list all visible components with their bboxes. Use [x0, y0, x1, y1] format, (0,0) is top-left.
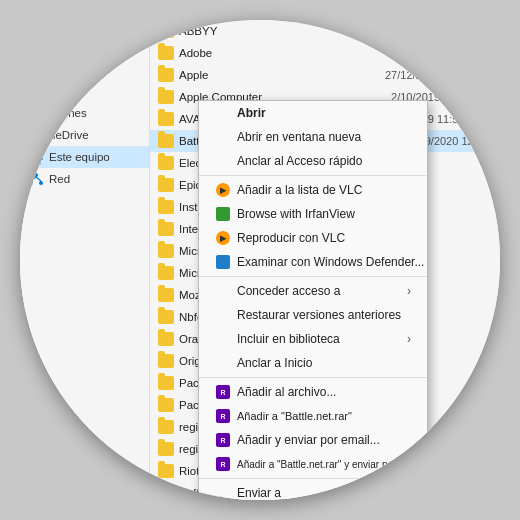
share-icon	[215, 283, 231, 299]
vlc-play-icon: ▶	[215, 230, 231, 246]
ctx-open[interactable]: Abrir	[199, 101, 427, 125]
ctx-include-library[interactable]: Incluir en biblioteca ›	[199, 327, 427, 351]
ctx-add-battlenet-rar-email[interactable]: R Añadir a "Battle.net.rar" y enviar por…	[199, 452, 427, 476]
folder-icon	[158, 112, 174, 126]
ctx-separator-4	[199, 478, 427, 479]
folder-icon	[158, 134, 174, 148]
folder-icon	[158, 178, 174, 192]
ctx-grant-access[interactable]: Conceder acceso a ›	[199, 279, 427, 303]
file-date: 13/09/2...	[438, 25, 492, 37]
cloud-icon	[28, 127, 44, 143]
file-name: Adobe	[179, 47, 408, 59]
folder-icon	[158, 24, 174, 38]
file-date: 8/09/2019 2:4...	[408, 47, 492, 59]
file-date: 27/12/2019 9:53 a. m.	[377, 69, 492, 81]
svg-rect-4	[33, 161, 39, 163]
ctx-pin-quick-access[interactable]: Anclar al Acceso rápido	[199, 149, 427, 173]
folder-icon	[158, 288, 174, 302]
ctx-add-battlenet-rar[interactable]: R Añadir a "Battle.net.rar"	[199, 404, 427, 428]
folder-icon	[158, 244, 174, 258]
folder-icon	[158, 310, 174, 324]
computer-icon	[28, 149, 44, 165]
ctx-add-email[interactable]: R Añadir y enviar por email...	[199, 428, 427, 452]
sidebar-item-onedrive[interactable]: neDrive	[20, 124, 149, 146]
open-icon	[215, 105, 231, 121]
folder-icon	[158, 68, 174, 82]
folder-icon	[158, 464, 174, 478]
sidebar-label-5: Red	[49, 173, 70, 185]
send-icon	[215, 485, 231, 500]
restore-icon	[215, 307, 231, 323]
wd-icon	[215, 254, 231, 270]
folder-icon	[158, 354, 174, 368]
sidebar: ntos ágenes neDrive Este equipo Red	[20, 20, 150, 500]
svg-point-7	[29, 181, 33, 185]
folder-icon	[158, 222, 174, 236]
sidebar-item-ntos[interactable]: ntos	[20, 80, 149, 102]
vlc-icon: ▶	[215, 182, 231, 198]
folder-icon	[158, 46, 174, 60]
rar-icon-2: R	[215, 408, 231, 424]
arrow-right-icon: ›	[407, 284, 411, 298]
ctx-pin-start[interactable]: Anclar a Inicio	[199, 351, 427, 375]
ctx-separator-2	[199, 276, 427, 277]
arrow-right-icon-3: ›	[407, 486, 411, 500]
rar-icon-3: R	[215, 432, 231, 448]
folder-icon	[158, 486, 174, 500]
svg-line-9	[31, 177, 36, 181]
folder-icon	[158, 266, 174, 280]
file-name: ABBYY	[179, 25, 438, 37]
irfan-icon	[215, 206, 231, 222]
library-icon	[215, 331, 231, 347]
pin-icon	[28, 83, 44, 99]
ctx-add-archive[interactable]: R Añadir al archivo...	[199, 380, 427, 404]
rar-icon-4: R	[215, 456, 231, 472]
file-name: Apple	[179, 69, 377, 81]
svg-line-10	[36, 177, 41, 181]
ctx-restore-versions[interactable]: Restaurar versiones anteriores	[199, 303, 427, 327]
sidebar-item-agenes[interactable]: ágenes	[20, 102, 149, 124]
ctx-open-new-window[interactable]: Abrir en ventana nueva	[199, 125, 427, 149]
ctx-send-to[interactable]: Enviar a ›	[199, 481, 427, 500]
svg-rect-3	[29, 151, 43, 160]
sidebar-label-4: Este equipo	[49, 151, 110, 163]
pin-icon-ctx	[215, 153, 231, 169]
svg-rect-5	[31, 163, 41, 164]
svg-point-2	[33, 110, 39, 116]
folder-icon	[158, 376, 174, 390]
sidebar-label-3: neDrive	[49, 129, 89, 141]
ctx-irfan[interactable]: Browse with IrfanView	[199, 202, 427, 226]
file-row-adobe[interactable]: Adobe 8/09/2019 2:4...	[150, 42, 500, 64]
file-explorer: ntos ágenes neDrive Este equipo Red	[20, 20, 500, 500]
folder-icon	[158, 398, 174, 412]
context-menu: Abrir Abrir en ventana nueva Anclar al A…	[198, 100, 428, 500]
ctx-vlc-play[interactable]: ▶ Reproducir con VLC	[199, 226, 427, 250]
sidebar-label-2: ágenes	[49, 107, 87, 119]
sidebar-item-red[interactable]: Red	[20, 168, 149, 190]
folder-icon	[158, 200, 174, 214]
circle-mask: ntos ágenes neDrive Este equipo Red	[20, 20, 500, 500]
ctx-vlc-add[interactable]: ▶ Añadir a la lista de VLC	[199, 178, 427, 202]
svg-point-6	[34, 173, 38, 177]
pin-icon-2	[28, 105, 44, 121]
ctx-wd[interactable]: Examinar con Windows Defender...	[199, 250, 427, 274]
svg-point-8	[39, 181, 43, 185]
sidebar-item-este-equipo[interactable]: Este equipo	[20, 146, 149, 168]
svg-point-0	[33, 88, 39, 94]
folder-icon	[158, 156, 174, 170]
folder-icon	[158, 332, 174, 346]
new-window-icon	[215, 129, 231, 145]
file-row-apple[interactable]: Apple 27/12/2019 9:53 a. m.	[150, 64, 500, 86]
folder-icon	[158, 420, 174, 434]
network-icon	[28, 171, 44, 187]
ctx-separator-3	[199, 377, 427, 378]
sidebar-label: ntos	[49, 85, 71, 97]
pin-start-icon	[215, 355, 231, 371]
file-row-abbyy[interactable]: ABBYY 13/09/2...	[150, 20, 500, 42]
folder-icon	[158, 442, 174, 456]
arrow-right-icon-2: ›	[407, 332, 411, 346]
ctx-separator-1	[199, 175, 427, 176]
folder-icon	[158, 90, 174, 104]
rar-icon-1: R	[215, 384, 231, 400]
